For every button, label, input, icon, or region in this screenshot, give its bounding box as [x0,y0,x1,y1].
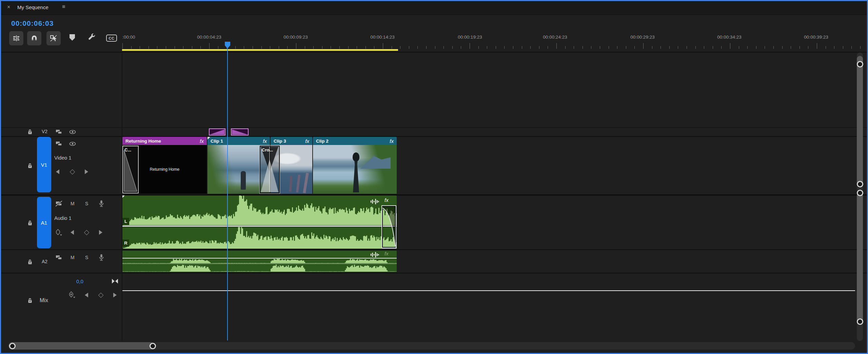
ruler-tick [200,46,201,49]
zoom-handle-right[interactable] [150,343,156,349]
waveform-left [122,195,397,225]
ruler-tick [800,46,800,49]
show-keyframes-icon[interactable] [112,278,118,284]
nest-sequence-button[interactable] [9,31,23,45]
timeline-settings-button[interactable] [88,33,96,42]
next-keyframe-button[interactable] [113,293,117,297]
add-keyframe-button[interactable] [84,230,90,235]
audio-fade-out-transition[interactable] [381,205,396,248]
voiceover-record-icon[interactable] [98,254,105,262]
voiceover-record-icon[interactable] [98,200,105,208]
fx-badge[interactable]: fx [390,138,394,144]
sequence-tab-title[interactable]: My Sequence [17,4,48,10]
ruler-tick [548,46,548,49]
ruler-tick [175,46,175,49]
close-panel-icon[interactable]: × [7,4,10,10]
playhead-line[interactable] [227,42,228,340]
fx-badge[interactable]: fx [384,197,389,203]
track-output-icon[interactable] [55,129,63,135]
ruler-timecode-label: 00:00:14:23 [370,35,394,40]
clip-title-bar: Clip 1 fx [208,137,270,145]
lock-icon[interactable] [27,163,33,169]
mix-volume-value[interactable]: 0,0 [76,278,83,284]
header-content-divider [122,52,122,340]
fx-badge[interactable]: fx [263,138,267,144]
ruler-tick [209,43,210,49]
work-area-bar[interactable] [122,49,398,51]
lock-icon[interactable] [27,220,33,226]
source-patch-disabled-icon[interactable] [55,201,63,207]
panel-menu-icon[interactable]: ≡ [62,4,65,10]
scrollbar-handle[interactable] [857,61,863,67]
ruler-tick [817,43,817,49]
horizontal-scrollbar-thumb[interactable] [8,342,154,350]
transition-cross-dissolve-middle[interactable]: Cro... [260,146,280,193]
mix-volume-envelope-line[interactable] [122,290,855,291]
prev-keyframe-button[interactable] [71,230,74,235]
solo-button[interactable]: S [85,255,88,260]
ruler-tick [504,46,505,49]
scrollbar-handle[interactable] [857,318,863,325]
prev-keyframe-button[interactable] [85,293,88,297]
track-select-v1-label: V1 [41,162,47,168]
snap-button[interactable] [27,31,41,45]
ruler-tick [400,46,400,49]
prev-keyframe-button[interactable] [56,169,59,174]
fx-badge[interactable]: fx [305,138,309,144]
add-marker-button[interactable] [69,34,76,43]
fade-in-triangle [210,129,224,134]
source-patch-icon[interactable] [55,254,63,261]
mute-button[interactable]: M [71,255,75,260]
scrollbar-handle[interactable] [857,190,863,196]
audio-clip-a1[interactable]: L R fx [122,195,397,249]
ruler-tick [834,46,834,49]
track-name-mix: Mix [40,297,48,304]
lock-icon[interactable] [27,129,33,135]
add-keyframe-button[interactable] [70,169,75,175]
vertical-scrollbar-audio-thumb[interactable] [857,193,863,324]
lock-icon[interactable] [27,297,33,304]
zoom-handle-left[interactable] [9,343,16,349]
track-select-a1[interactable]: A1 [37,197,51,248]
captions-button[interactable]: CC [106,35,117,42]
panel-tab-bar: × My Sequence ≡ [1,1,867,15]
ruler-tick [782,46,783,49]
audio-clip-a2[interactable]: fx [122,251,397,272]
clip-title-bar: Clip 2 fx [313,137,397,145]
solo-button[interactable]: S [85,201,88,206]
ruler-tick [435,46,435,49]
time-ruler[interactable]: :00:0000:00:04:2300:00:09:2300:00:14:230… [122,32,865,52]
next-keyframe-button[interactable] [99,230,102,235]
current-timecode[interactable]: 00:00:06:03 [11,19,54,27]
audio-waveform-icon [370,198,379,205]
vertical-scrollbar-video-thumb[interactable] [857,56,863,185]
transition-v2-fade-out[interactable] [231,128,249,136]
eye-icon[interactable] [69,129,76,135]
track-header-v2: V2 [1,128,122,136]
linked-selection-button[interactable] [46,31,61,45]
keyframe-type-icon[interactable] [55,229,63,236]
transition-cross-dissolve-left[interactable]: C... [122,146,139,193]
mute-button[interactable]: M [71,201,75,206]
lock-icon[interactable] [27,259,33,265]
ruler-tick [739,46,739,49]
fx-badge[interactable]: fx [200,138,204,144]
ruler-timecode-label: 00:00:04:23 [197,35,221,40]
ruler-tick [660,46,661,49]
fx-badge[interactable]: fx [384,251,389,256]
transition-v2-fade-in[interactable] [209,128,225,136]
clip-2[interactable]: Clip 2 fx [313,137,397,194]
next-keyframe-button[interactable] [85,169,88,174]
track-output-icon[interactable] [55,141,63,147]
ruler-tick [140,46,140,49]
add-keyframe-button[interactable] [98,293,104,298]
clip-name: Clip 2 [316,139,329,144]
keyframe-type-icon[interactable] [68,291,76,299]
ruler-tick [669,46,670,49]
ruler-tick [609,46,609,49]
scrollbar-handle[interactable] [857,181,863,187]
eye-icon[interactable] [69,141,76,147]
track-select-v1[interactable]: V1 [37,137,51,192]
clip-title-bar: Returning Home fx [122,137,207,145]
ruler-tick [487,46,487,49]
